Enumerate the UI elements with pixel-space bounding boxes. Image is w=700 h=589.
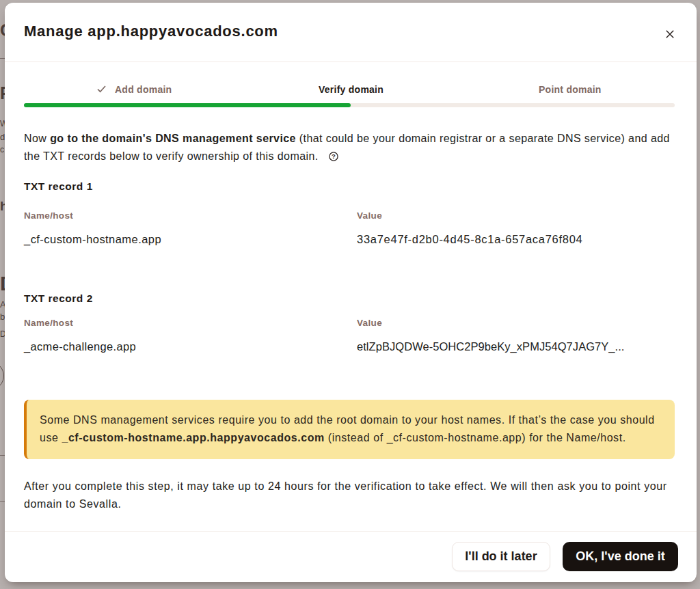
svg-text:?: ? <box>332 152 336 160</box>
